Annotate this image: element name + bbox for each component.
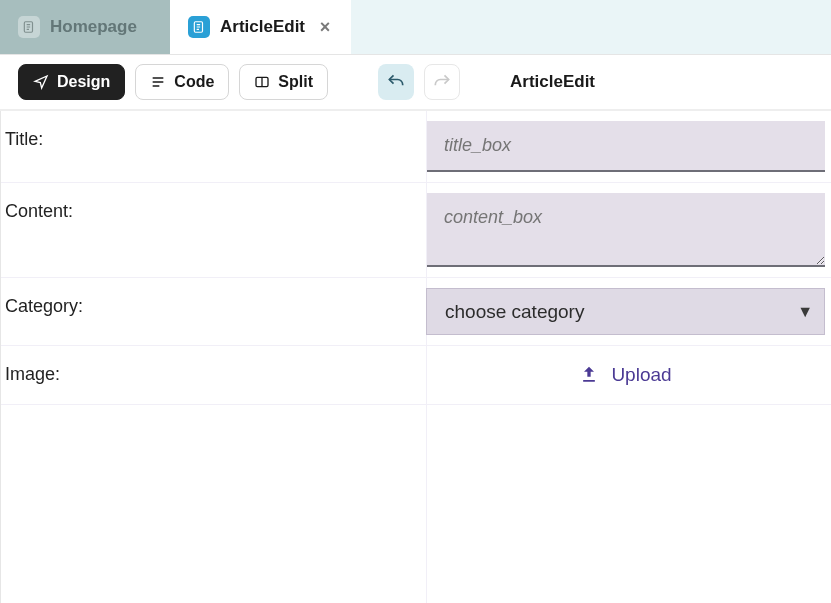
upload-label: Upload bbox=[611, 364, 671, 386]
title-label: Title: bbox=[1, 111, 426, 151]
paper-plane-icon bbox=[33, 74, 49, 90]
content-textarea[interactable] bbox=[426, 193, 825, 267]
row-image: Image: Upload bbox=[1, 346, 831, 405]
row-content: Content: bbox=[1, 183, 831, 278]
row-category: Category: choose category ▼ bbox=[1, 278, 831, 346]
breadcrumb: ArticleEdit bbox=[510, 72, 595, 92]
redo-icon bbox=[432, 72, 452, 92]
page-icon bbox=[188, 16, 210, 38]
design-label: Design bbox=[57, 73, 110, 91]
split-button[interactable]: Split bbox=[239, 64, 328, 100]
category-select[interactable]: choose category bbox=[426, 288, 825, 335]
tab-label: ArticleEdit bbox=[220, 17, 305, 37]
redo-button[interactable] bbox=[424, 64, 460, 100]
split-icon bbox=[254, 74, 270, 90]
form-area: Title: Content: Category: choose categor… bbox=[0, 111, 831, 603]
tab-bar: Homepage ArticleEdit × bbox=[0, 0, 831, 55]
undo-icon bbox=[386, 72, 406, 92]
upload-icon bbox=[579, 365, 599, 385]
split-label: Split bbox=[278, 73, 313, 91]
list-icon bbox=[150, 74, 166, 90]
category-label: Category: bbox=[1, 278, 426, 318]
code-button[interactable]: Code bbox=[135, 64, 229, 100]
page-icon bbox=[18, 16, 40, 38]
undo-button[interactable] bbox=[378, 64, 414, 100]
code-label: Code bbox=[174, 73, 214, 91]
tab-label: Homepage bbox=[50, 17, 137, 37]
content-label: Content: bbox=[1, 183, 426, 223]
tab-articleedit[interactable]: ArticleEdit × bbox=[170, 0, 352, 54]
design-button[interactable]: Design bbox=[18, 64, 125, 100]
row-title: Title: bbox=[1, 111, 831, 183]
toolbar: Design Code Split ArticleEdit bbox=[0, 55, 831, 111]
upload-button[interactable]: Upload bbox=[579, 364, 671, 386]
image-label: Image: bbox=[1, 346, 426, 386]
close-icon[interactable]: × bbox=[315, 17, 335, 37]
tab-homepage[interactable]: Homepage bbox=[0, 0, 170, 54]
title-input[interactable] bbox=[426, 121, 825, 172]
